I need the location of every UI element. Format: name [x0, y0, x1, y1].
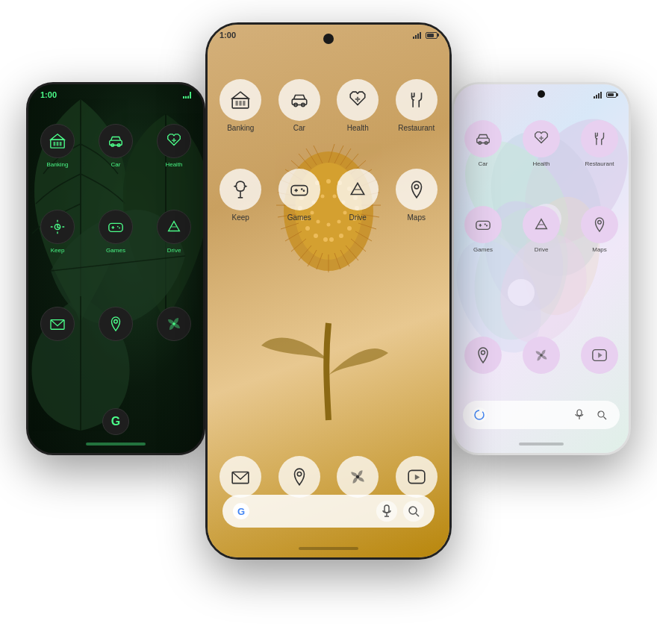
maps-icon-dark — [99, 307, 133, 341]
phone-right: Car Health Restaurant — [452, 82, 631, 455]
app-maps-dark[interactable] — [87, 301, 145, 347]
camera-light — [538, 90, 545, 98]
app-banking-beige[interactable]: Banking — [211, 73, 270, 138]
svg-rect-77 — [236, 101, 238, 106]
youtube-icon-beige — [396, 456, 438, 498]
app-drive-dark[interactable]: Drive — [145, 204, 203, 260]
search-bar-light[interactable] — [463, 401, 620, 429]
svg-point-89 — [356, 475, 359, 478]
car-icon-beige — [278, 79, 320, 121]
mic-icon-light[interactable] — [570, 406, 588, 424]
svg-rect-2 — [54, 142, 56, 146]
svg-point-105 — [508, 279, 535, 306]
search-bar-beige[interactable]: G — [222, 495, 435, 528]
keep-label-beige: Keep — [232, 213, 249, 222]
drive-icon-beige — [337, 169, 379, 210]
google-icon-dark[interactable]: G — [102, 408, 129, 435]
svg-point-112 — [598, 221, 602, 225]
app-car-beige[interactable]: Car — [270, 73, 329, 138]
screen-beige: 1:00 Ban — [208, 25, 449, 557]
app-maps-beige[interactable]: Maps — [387, 163, 446, 228]
app-grid-beige-row1: Banking Car Health — [211, 73, 446, 138]
app-banking-dark[interactable]: Banking — [28, 118, 87, 174]
games-icon-dark — [99, 210, 133, 244]
pinwheel-icon-dark — [157, 307, 191, 341]
svg-point-88 — [297, 472, 301, 476]
app-location-light[interactable] — [454, 331, 512, 380]
app-keep-beige[interactable]: Keep — [211, 163, 270, 228]
app-health-dark[interactable]: Health — [145, 118, 203, 174]
lens-icon-light[interactable] — [593, 406, 611, 424]
svg-rect-79 — [243, 101, 246, 106]
app-games-beige[interactable]: Games — [270, 163, 329, 228]
maps-label-beige: Maps — [408, 213, 426, 222]
app-health-beige[interactable]: Health — [328, 73, 387, 138]
google-icon-light — [472, 407, 487, 422]
app-car-dark[interactable]: Car — [87, 118, 145, 174]
home-indicator-dark — [86, 443, 146, 446]
keep-label-dark: Keep — [51, 247, 65, 254]
app-games-dark[interactable]: Games — [87, 204, 145, 260]
home-indicator-beige — [299, 547, 358, 550]
app-drive-beige[interactable]: Drive — [328, 163, 387, 228]
phones-container: 1:00 Banking — [0, 0, 657, 644]
app-grid-light-row2: Games Drive Maps — [454, 200, 629, 259]
app-games-light[interactable]: Games — [454, 200, 512, 259]
health-label-beige: Health — [347, 124, 369, 132]
svg-rect-83 — [291, 186, 308, 196]
app-pinwheel-dark[interactable] — [145, 301, 203, 347]
app-pinwheel-light[interactable] — [512, 331, 570, 380]
banking-icon-dark — [40, 124, 75, 158]
car-label-dark: Car — [111, 161, 121, 168]
svg-point-110 — [485, 223, 486, 225]
svg-point-86 — [414, 185, 418, 189]
svg-point-14 — [172, 322, 175, 325]
health-icon-beige — [337, 79, 379, 121]
keep-icon-beige — [219, 169, 261, 210]
games-label-beige: Games — [287, 213, 311, 222]
svg-rect-4 — [60, 142, 62, 146]
app-grid-beige-row2: Keep Games Drive — [211, 163, 446, 228]
car-label-beige: Car — [293, 124, 305, 132]
games-label-dark: Games — [106, 247, 125, 254]
app-health-light[interactable]: Health — [512, 114, 570, 173]
app-grid-light-row1: Car Health Restaurant — [454, 114, 629, 173]
app-maps-light[interactable]: Maps — [570, 200, 629, 259]
time-beige: 1:00 — [219, 31, 236, 40]
svg-rect-117 — [577, 410, 582, 416]
banking-label-dark: Banking — [47, 161, 69, 168]
games-icon-light — [464, 206, 502, 243]
status-icons-light — [594, 92, 617, 99]
car-icon-dark — [99, 124, 133, 158]
svg-rect-92 — [384, 505, 389, 513]
app-restaurant-beige[interactable]: Restaurant — [387, 73, 446, 138]
restaurant-label-light: Restaurant — [585, 160, 614, 167]
search-mic-beige[interactable] — [376, 501, 397, 522]
svg-marker-91 — [415, 475, 420, 481]
svg-marker-76 — [232, 92, 249, 99]
svg-point-84 — [301, 188, 303, 190]
svg-point-62 — [339, 234, 343, 238]
restaurant-icon-beige — [396, 79, 438, 121]
games-label-light: Games — [473, 246, 493, 253]
svg-point-120 — [598, 411, 600, 413]
car-icon-light — [464, 120, 502, 157]
app-restaurant-light[interactable]: Restaurant — [570, 114, 629, 173]
app-keep-dark[interactable]: Keep — [28, 204, 87, 260]
svg-rect-78 — [240, 101, 242, 106]
svg-marker-1 — [51, 134, 64, 140]
keep-icon-dark — [40, 210, 75, 244]
app-car-light[interactable]: Car — [454, 114, 512, 173]
gmail-icon-beige — [219, 456, 261, 498]
app-youtube-light[interactable] — [570, 331, 629, 380]
svg-point-11 — [119, 227, 120, 228]
search-lens-beige[interactable] — [403, 501, 424, 522]
signal-icon-beige — [413, 32, 421, 39]
drive-icon-dark — [157, 210, 191, 244]
drive-label-dark: Drive — [167, 247, 181, 254]
app-grid-dark-row3 — [28, 301, 203, 347]
svg-point-111 — [486, 225, 488, 226]
app-gmail-dark[interactable] — [28, 301, 87, 347]
app-drive-light[interactable]: Drive — [512, 200, 570, 259]
google-g-dark: G — [111, 415, 120, 428]
